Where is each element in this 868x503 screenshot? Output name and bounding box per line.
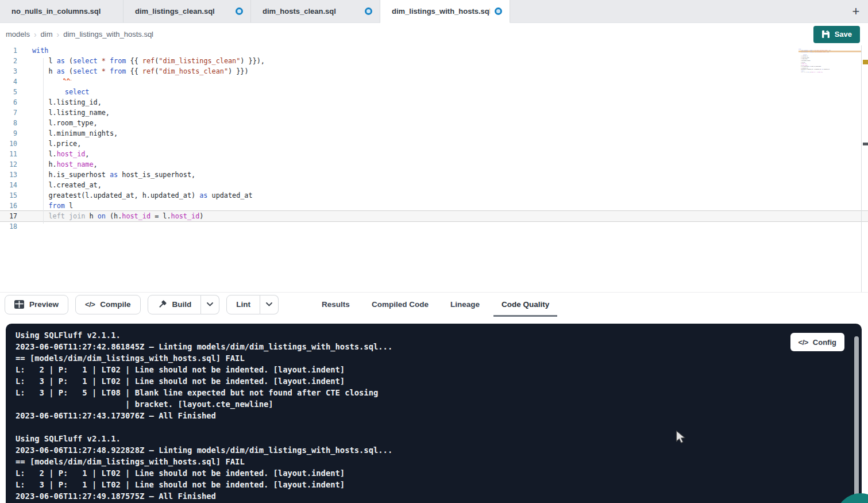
preview-button[interactable]: Preview (5, 295, 68, 314)
terminal-line: 2023-06-06T11:27:48.922828Z – Linting mo… (16, 444, 844, 456)
lint-squiggle-icon (63, 78, 71, 80)
code-line[interactable]: 1with (0, 45, 868, 56)
code-text: select (32, 88, 89, 96)
breadcrumb-item[interactable]: dim (41, 30, 53, 39)
panel-tab-code-quality[interactable]: Code Quality (493, 293, 557, 317)
breadcrumb-bar: models›dim›dim_listings_with_hosts.sql S… (0, 23, 868, 45)
breadcrumb-item[interactable]: models (6, 30, 30, 39)
breadcrumb-separator: › (57, 30, 60, 39)
line-number: 7 (0, 109, 17, 117)
compile-button[interactable]: </> Compile (75, 295, 141, 314)
code-line[interactable]: 18 (0, 221, 868, 232)
code-line[interactable]: 7 l.listing_name, (0, 107, 868, 118)
terminal-scrollbar[interactable] (854, 336, 859, 498)
code-line[interactable]: 13 h.is_superhost as host_is_superhost, (0, 170, 868, 180)
file-tab[interactable]: dim_listings_clean.sql (124, 0, 251, 22)
breadcrumb: models›dim›dim_listings_with_hosts.sql (6, 30, 153, 39)
code-text: l.host_id, (32, 150, 89, 158)
code-line[interactable]: 2 l as (select * from {{ ref("dim_listin… (0, 56, 868, 66)
code-line[interactable]: 17 left join h on (h.host_id = l.host_id… (0, 211, 868, 221)
code-line[interactable]: 6 l.listing_id, (0, 97, 868, 107)
code-text: h.is_superhost as host_is_superhost, (32, 171, 195, 179)
code-line[interactable]: 10 l.price, (0, 139, 868, 149)
code-lines: 1with2 l as (select * from {{ ref("dim_l… (0, 45, 868, 232)
panel-tab-results[interactable]: Results (314, 293, 358, 317)
terminal-line: == [models/dim/dim_listings_with_hosts.s… (16, 456, 844, 467)
file-tab-label: dim_listings_with_hosts.sql (392, 7, 490, 16)
code-text: greatest(l.updated_at, h.updated_at) as … (32, 191, 253, 199)
action-toolbar: Preview </> Compile Build (0, 292, 868, 316)
lint-split-button: Lint (226, 295, 279, 314)
code-text: l.price, (32, 140, 81, 148)
lint-button[interactable]: Lint (226, 295, 260, 314)
scroll-position-marker[interactable] (863, 143, 868, 145)
code-editor[interactable]: 1with2 l as (select * from {{ ref("dim_l… (0, 45, 868, 292)
terminal-line: Using SQLFluff v2.1.1. (16, 433, 844, 444)
terminal-line: 2023-06-06T11:27:43.173076Z – All Finish… (16, 410, 844, 421)
hammer-icon (157, 300, 167, 309)
minimap[interactable]: 1with2 l as (select * from {{ ref("dim_l… (798, 48, 861, 79)
terminal-line (16, 421, 844, 433)
code-icon: </> (798, 338, 808, 347)
breadcrumb-item[interactable]: dim_listings_with_hosts.sql (63, 30, 153, 39)
unsaved-changes-dot-icon (495, 7, 502, 15)
code-line[interactable]: 18 (798, 73, 861, 75)
file-tab-label: dim_hosts_clean.sql (263, 7, 336, 16)
code-text: h as (select * from {{ ref("dim_hosts_cl… (32, 67, 249, 75)
line-number: 6 (0, 98, 17, 106)
config-button[interactable]: </> Config (790, 333, 844, 351)
file-tab[interactable]: no_nulls_in_columns.sql (0, 0, 124, 22)
line-number: 1 (0, 47, 17, 55)
save-icon (821, 30, 830, 39)
file-tab-label: no_nulls_in_columns.sql (11, 7, 101, 16)
compile-label: Compile (100, 300, 130, 309)
chevron-down-icon (266, 302, 272, 306)
code-lines: 1with2 l as (select * from {{ ref("dim_l… (798, 48, 861, 74)
lint-dropdown-button[interactable] (260, 295, 279, 314)
line-number: 17 (0, 212, 17, 220)
code-line[interactable]: 8 l.room_type, (0, 118, 868, 128)
indent-guide (43, 58, 44, 224)
code-line[interactable]: 16 from l (0, 201, 868, 211)
code-line[interactable]: 11 l.host_id, (0, 149, 868, 159)
file-tab[interactable]: dim_hosts_clean.sql (251, 0, 380, 22)
line-number: 9 (0, 129, 17, 137)
code-line[interactable]: 3 h as (select * from {{ ref("dim_hosts_… (0, 66, 868, 76)
line-number: 15 (0, 191, 17, 199)
code-text: l.minimum_nights, (32, 129, 118, 137)
code-line[interactable]: 15 greatest(l.updated_at, h.updated_at) … (0, 190, 868, 201)
config-label: Config (813, 338, 836, 347)
build-dropdown-button[interactable] (201, 295, 219, 314)
breadcrumb-separator: › (34, 30, 37, 39)
code-line[interactable]: 4 (0, 76, 868, 87)
code-text: with (32, 47, 48, 55)
terminal-line: Using SQLFluff v2.1.1. (16, 329, 844, 341)
terminal-line: L: 3 | P: 1 | LT02 | Line should not be … (16, 375, 844, 387)
code-text: l.room_type, (32, 119, 98, 127)
build-button[interactable]: Build (148, 295, 202, 314)
mouse-cursor (676, 431, 688, 444)
code-line[interactable]: 12 h.host_name, (0, 159, 868, 170)
code-text: left join h on (h.host_id = l.host_id) (798, 72, 823, 73)
save-button-label: Save (835, 30, 852, 39)
code-text: h.host_name, (32, 160, 98, 168)
terminal-line: L: 3 | P: 5 | LT08 | Blank line expected… (16, 387, 844, 398)
result-panel-tabs: ResultsCompiled CodeLineageCode Quality (311, 293, 560, 317)
plus-icon: + (852, 4, 860, 19)
code-line[interactable]: 14 l.created_at, (0, 180, 868, 190)
save-button[interactable]: Save (813, 26, 860, 43)
line-number: 3 (0, 67, 17, 75)
line-number: 18 (0, 222, 17, 231)
terminal-panel: Using SQLFluff v2.1.1.2023-06-06T11:27:4… (6, 324, 862, 503)
dbt-cloud-ide: no_nulls_in_columns.sqldim_listings_clea… (0, 0, 868, 503)
panel-tab-lineage[interactable]: Lineage (442, 293, 488, 317)
code-icon: </> (85, 300, 95, 309)
panel-tab-compiled-code[interactable]: Compiled Code (364, 293, 437, 317)
code-line[interactable]: 9 l.minimum_nights, (0, 128, 868, 139)
code-line[interactable]: 5 select (0, 87, 868, 97)
preview-label: Preview (29, 300, 59, 309)
new-tab-button[interactable]: + (844, 0, 868, 22)
terminal-output: Using SQLFluff v2.1.1.2023-06-06T11:27:4… (16, 329, 844, 502)
lint-warning-marker[interactable] (863, 60, 868, 64)
file-tab[interactable]: dim_listings_with_hosts.sql (380, 0, 510, 23)
